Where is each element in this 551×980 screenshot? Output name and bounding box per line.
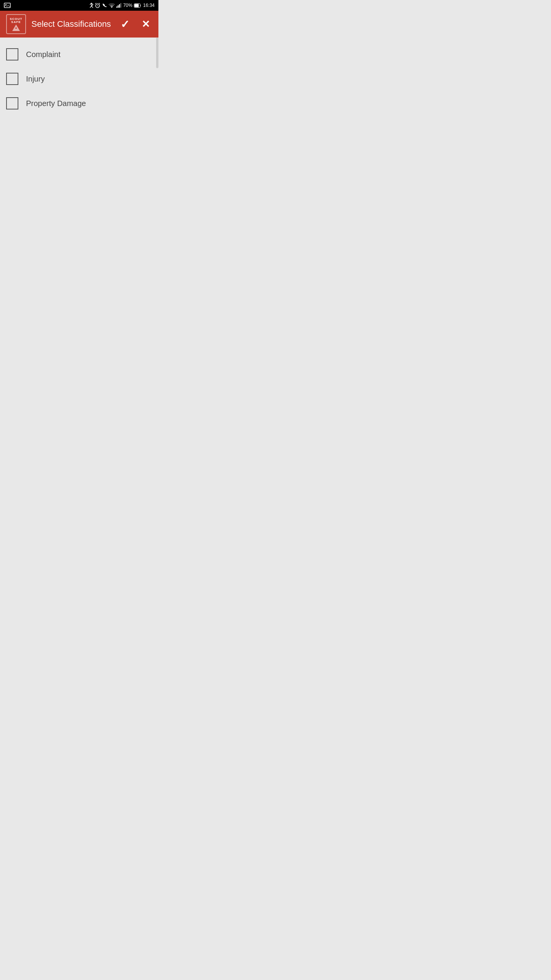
image-icon	[4, 3, 11, 8]
status-icons: 70% 16:34	[90, 3, 155, 8]
svg-rect-7	[120, 3, 121, 8]
checkbox-complaint[interactable]	[6, 48, 18, 60]
main-content: Complaint Injury Property Damage	[0, 38, 158, 282]
logo-triangle-icon	[12, 24, 20, 31]
label-injury[interactable]: Injury	[26, 75, 45, 83]
bluetooth-icon	[90, 3, 93, 8]
classification-list: Complaint Injury Property Damage	[6, 42, 152, 116]
svg-point-1	[5, 4, 7, 5]
battery-icon	[134, 3, 142, 8]
page-title: Select Classifications	[31, 19, 113, 29]
checkbox-injury[interactable]	[6, 73, 18, 85]
app-bar: SCOUT SAFE Select Classifications ✓ ✕	[0, 11, 158, 38]
app-bar-actions: ✓ ✕	[118, 16, 152, 33]
alarm-icon	[95, 3, 100, 8]
signal-wifi-icon	[109, 3, 115, 8]
scrollbar-indicator	[156, 38, 158, 68]
logo-safe-text: SAFE	[11, 21, 21, 24]
signal-bars-icon	[116, 3, 122, 8]
confirm-button[interactable]: ✓	[118, 16, 132, 33]
close-icon: ✕	[142, 18, 150, 30]
checkbox-property-damage[interactable]	[6, 97, 18, 109]
status-bar-left	[4, 3, 11, 8]
cancel-button[interactable]: ✕	[139, 16, 152, 33]
svg-rect-6	[119, 4, 120, 8]
svg-rect-0	[4, 3, 10, 8]
svg-rect-5	[117, 5, 119, 8]
svg-rect-9	[134, 4, 139, 7]
battery-percent: 70%	[123, 3, 132, 8]
status-bar: 70% 16:34	[0, 0, 158, 11]
label-complaint[interactable]: Complaint	[26, 50, 60, 59]
list-item-injury[interactable]: Injury	[6, 67, 152, 91]
list-item-property-damage[interactable]: Property Damage	[6, 91, 152, 116]
label-property-damage[interactable]: Property Damage	[26, 99, 86, 108]
check-icon: ✓	[121, 18, 129, 31]
app-logo: SCOUT SAFE	[6, 14, 26, 34]
call-icon	[102, 3, 107, 8]
svg-point-3	[111, 7, 112, 8]
status-time: 16:34	[143, 3, 155, 8]
list-item-complaint[interactable]: Complaint	[6, 42, 152, 67]
svg-rect-4	[116, 7, 117, 8]
